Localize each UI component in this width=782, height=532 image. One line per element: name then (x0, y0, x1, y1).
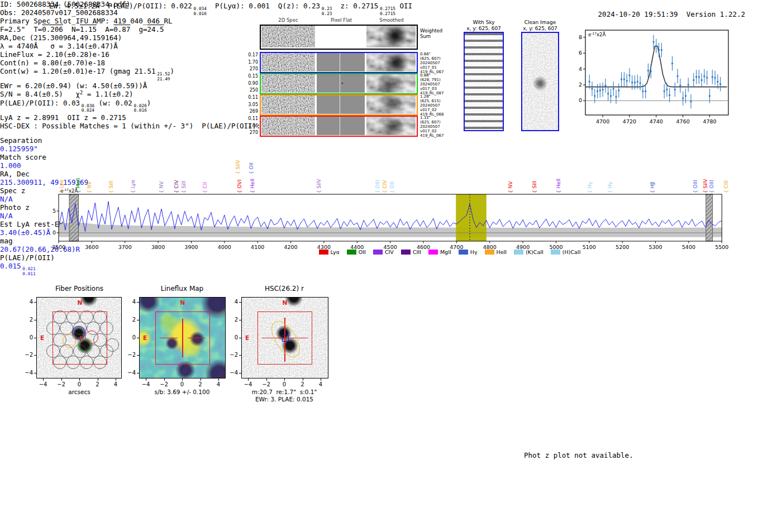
text-segment: (w: 0.02 (94, 99, 132, 107)
panel-ytick (137, 355, 139, 356)
noise-texture (261, 26, 315, 47)
cutout-column-title: 2D Spec (278, 17, 298, 23)
spectral-line-label: { OVI (237, 180, 242, 193)
panel-ytick-label: 2 (227, 317, 238, 323)
north-label: N (78, 299, 83, 306)
header-summary: EW: 4.5±1.2Å P(LAE)/P(OII): 0.0220.0340.… (49, 2, 412, 16)
spectral-line-label: { Lyα (130, 180, 136, 193)
cutout-row-right-label: (625, 615) (420, 99, 441, 103)
legend-item: CIII (401, 249, 421, 255)
fraction-value: 0.0210.011 (22, 267, 35, 276)
panel-xtick-label: 2 (96, 381, 99, 387)
panel-ytick-label: −4 (22, 370, 33, 376)
fraction-value: 0.0260.016 (133, 104, 146, 113)
legend-item: MgII (428, 249, 451, 255)
svg-text:4760: 4760 (676, 118, 690, 124)
legend-label: Hγ (470, 249, 478, 255)
cutout-row-right-label: (628, 791) (420, 78, 441, 82)
panel-xtick-label: −4 (244, 381, 252, 387)
svg-text:4000: 4000 (218, 244, 231, 250)
legend-swatch (428, 250, 438, 255)
cutout-row-right-label: 20240507 (420, 82, 440, 87)
text-segment: x2Å (597, 32, 605, 37)
panel-ytick-label: −4 (227, 370, 238, 376)
panel-xtick-label: 2 (198, 381, 202, 387)
panel-ytick (239, 338, 241, 338)
spectral-line-label: { HeII (556, 179, 561, 193)
cutout-column-title: Smoothed (379, 17, 403, 23)
noise-texture (261, 95, 315, 114)
panel-title-hsc: HSC(26.2) r (265, 285, 304, 293)
cutout-row-right-label: 419_RL_067 (420, 133, 444, 138)
panel-ytick-label: 4 (227, 299, 238, 305)
cutout-row-left-label: 0.17 (239, 52, 258, 57)
panel-ytick-label: 0 (227, 334, 238, 341)
panel-ytick (34, 338, 36, 338)
spectral-line-label: { OIII (375, 180, 380, 193)
legend-item: Hγ (459, 249, 478, 255)
cutout-pixelflat-image (317, 95, 365, 114)
svg-text:8: 8 (579, 34, 582, 40)
cutout-row-left-label: 1.70 (239, 60, 258, 65)
text-segment: S/N = 8.4(±0.5) χ (0, 90, 80, 99)
cutout-2dspec-image (261, 117, 315, 135)
text-segment: LyA z = 2.8991 OII z = 0.2715 (0, 113, 126, 122)
cutout-pixelflat-image (317, 53, 365, 71)
text-segment: Cont(n) = 8.80(±0.70)e-18 (0, 59, 105, 67)
linefit-plot: 4700472047404760478002468 (575, 27, 735, 130)
cutout-row-right-label: 1.26" (420, 94, 431, 99)
fraction-value: 0.230.23 (322, 7, 332, 16)
aperture-rect (258, 311, 312, 365)
pixelflat-line (340, 53, 340, 71)
panel-ytick-label: 4 (22, 299, 33, 305)
panel-ytick (137, 338, 139, 338)
spectral-line-label: { SiII (532, 181, 537, 193)
legend-swatch (401, 250, 411, 255)
cutout-row-right-label: 0.86" (420, 73, 431, 78)
svg-text:5: 5 (53, 208, 56, 214)
panel-xlabel-lineflux: s/b: 3.69 +/- 0.100 (155, 389, 210, 395)
text-segment: 0.015 (0, 262, 21, 270)
legend-label: CIV (385, 249, 394, 255)
cutout-row (260, 116, 418, 137)
panel-xtick (79, 378, 80, 381)
fiber-cutout-title: With Sky (473, 20, 494, 25)
east-label: E (143, 334, 147, 341)
panel-image-fiber: NE (36, 297, 122, 378)
spectral-line-label: { CIV (174, 180, 179, 193)
cutout-row-left-label: 250 (239, 88, 258, 93)
legend-item: OII (347, 249, 366, 255)
legend-label: Lyα (331, 249, 340, 255)
legend-item: (H)CaII (551, 249, 581, 255)
spectral-line-label: { SiIV (316, 179, 322, 193)
text-segment: ) (170, 67, 175, 75)
cutout-pixelflat-image (317, 26, 365, 47)
panel-xtick-label: −2 (57, 381, 65, 387)
east-label: E (245, 334, 249, 341)
panel-ytick-label: 2 (125, 317, 136, 323)
panel-xtick (116, 378, 116, 381)
noise-texture (261, 53, 315, 71)
panel-xtick (321, 378, 321, 381)
text-segment: = 1.1(±0.2) (83, 90, 133, 99)
cutout-row-right-label: 20240507 (420, 124, 440, 129)
fraction-value: 0.0380.024 (82, 104, 94, 113)
legend-item: Lyα (319, 249, 340, 255)
spectral-line-label: { Hγ (607, 181, 613, 193)
panel-xlabel-hsc: m:20.7 re:1.7" s:0.1" (252, 389, 317, 395)
linefit-plot-holder: 4700472047404760478002468 (575, 27, 735, 130)
legend-label: MgII (440, 249, 451, 255)
legend-swatch (319, 250, 328, 255)
cutout-smoothed-image (366, 95, 416, 114)
legend-swatch (551, 250, 560, 255)
panel-xtick (201, 378, 201, 381)
text-segment: ) (147, 99, 151, 107)
svg-text:3800: 3800 (151, 244, 165, 250)
cutout-row-right-label: 1.31" (420, 116, 431, 120)
spectral-line-label: { CIV (382, 180, 388, 193)
cutout-row-left-label: 1.66 (239, 123, 258, 128)
cutout-row-right-label: (625, 607) (420, 56, 441, 61)
svg-text:6: 6 (579, 50, 582, 56)
smoothed-blob (366, 26, 416, 47)
spectral-line-label: { HeII (250, 179, 255, 193)
